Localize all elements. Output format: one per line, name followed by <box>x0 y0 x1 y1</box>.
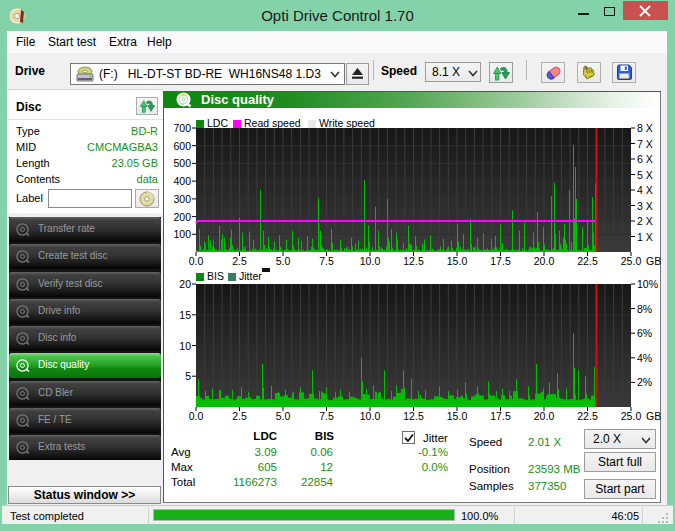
svg-text:20: 20 <box>179 278 191 290</box>
svg-text:700: 700 <box>173 122 191 134</box>
svg-text:15.0: 15.0 <box>447 255 468 267</box>
svg-text:5.0: 5.0 <box>276 410 291 422</box>
svg-text:6 X: 6 X <box>637 153 653 165</box>
svg-text:10.0: 10.0 <box>360 255 381 267</box>
svg-text:1 X: 1 X <box>637 231 653 243</box>
svg-text:5: 5 <box>185 370 191 382</box>
svg-text:4 X: 4 X <box>637 184 653 196</box>
svg-text:600: 600 <box>173 140 191 152</box>
svg-text:7.5: 7.5 <box>319 410 334 422</box>
svg-text:17.5: 17.5 <box>490 255 511 267</box>
svg-text:25.0: 25.0 <box>621 255 642 267</box>
svg-text:10%: 10% <box>637 278 658 290</box>
svg-text:6%: 6% <box>637 327 652 339</box>
svg-text:5.0: 5.0 <box>276 255 291 267</box>
svg-text:2.5: 2.5 <box>232 255 247 267</box>
svg-text:3 X: 3 X <box>637 200 653 212</box>
svg-text:2 X: 2 X <box>637 215 653 227</box>
svg-text:0.0: 0.0 <box>189 410 204 422</box>
svg-text:10: 10 <box>179 340 191 352</box>
svg-text:400: 400 <box>173 175 191 187</box>
svg-text:10.0: 10.0 <box>360 410 381 422</box>
svg-text:2%: 2% <box>637 376 652 388</box>
svg-text:5 X: 5 X <box>637 169 653 181</box>
svg-text:7 X: 7 X <box>637 138 653 150</box>
svg-text:15.0: 15.0 <box>447 410 468 422</box>
svg-text:GB: GB <box>646 255 661 267</box>
svg-text:4%: 4% <box>637 352 652 364</box>
svg-text:22.5: 22.5 <box>577 410 598 422</box>
svg-text:15: 15 <box>179 309 191 321</box>
svg-text:8%: 8% <box>637 303 652 315</box>
svg-text:GB: GB <box>646 410 661 422</box>
svg-text:200: 200 <box>173 211 191 223</box>
svg-text:8 X: 8 X <box>637 122 653 134</box>
svg-text:12.5: 12.5 <box>403 255 424 267</box>
svg-text:22.5: 22.5 <box>577 255 598 267</box>
svg-text:20.0: 20.0 <box>534 255 555 267</box>
svg-text:17.5: 17.5 <box>490 410 511 422</box>
svg-text:7.5: 7.5 <box>319 255 334 267</box>
svg-text:20.0: 20.0 <box>534 410 555 422</box>
svg-text:100: 100 <box>173 228 191 240</box>
svg-text:12.5: 12.5 <box>403 410 424 422</box>
svg-text:300: 300 <box>173 193 191 205</box>
svg-text:0.0: 0.0 <box>189 255 204 267</box>
svg-text:2.5: 2.5 <box>232 410 247 422</box>
svg-text:500: 500 <box>173 157 191 169</box>
svg-text:25.0: 25.0 <box>621 410 642 422</box>
